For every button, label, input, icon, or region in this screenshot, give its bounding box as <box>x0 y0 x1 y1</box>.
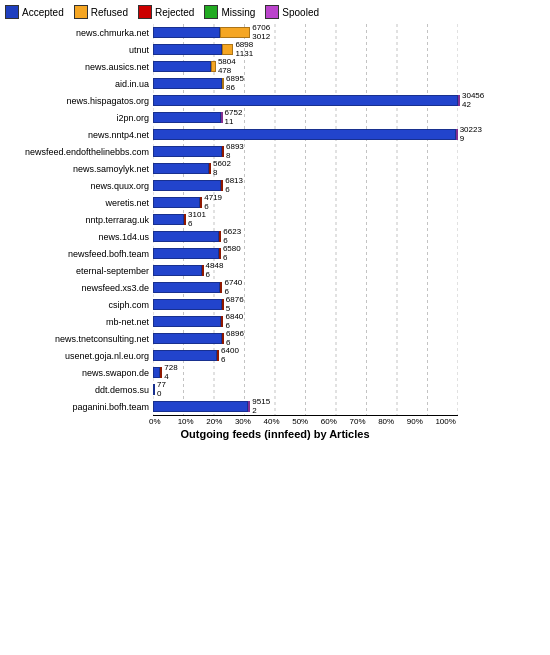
table-row: usenet.goja.nl.eu.org64006 <box>5 347 545 364</box>
bar-segment <box>221 316 223 327</box>
legend-color <box>204 5 218 19</box>
x-tick-label: 50% <box>292 417 321 426</box>
x-tick-label: 70% <box>349 417 378 426</box>
table-row: news.swapon.de7284 <box>5 364 545 381</box>
x-axis-labels: 0%10%20%30%40%50%60%70%80%90%100% <box>149 417 464 426</box>
legend-color <box>138 5 152 19</box>
bar-segment <box>458 95 460 106</box>
table-row: news.tnetconsulting.net68966 <box>5 330 545 347</box>
bar-segment <box>217 350 219 361</box>
legend-item: Rejected <box>138 5 194 19</box>
table-row: i2pn.org675211 <box>5 109 545 126</box>
legend-label: Spooled <box>282 7 319 18</box>
bars-wrapper: news.chmurka.net67063012utnut68981131new… <box>5 24 545 415</box>
value-label: 68136 <box>225 177 243 195</box>
bar-label: news.quux.org <box>5 181 153 191</box>
legend-color <box>74 5 88 19</box>
value-label: 64006 <box>221 347 239 365</box>
legend-label: Accepted <box>22 7 64 18</box>
value-label: 5804478 <box>218 58 236 76</box>
table-row: news.1d4.us66236 <box>5 228 545 245</box>
table-row: news.hispagatos.org3045642 <box>5 92 545 109</box>
bar-label: newsfeed.xs3.de <box>5 283 153 293</box>
bar-segment <box>153 61 211 72</box>
value-label: 68981131 <box>235 41 253 59</box>
x-axis-line <box>153 415 458 416</box>
bar-label: paganini.bofh.team <box>5 402 153 412</box>
bar-segment <box>160 367 162 378</box>
bar-label: news.hispagatos.org <box>5 96 153 106</box>
value-label: 56028 <box>213 160 231 178</box>
bar-segment <box>153 214 184 225</box>
bar-label: mb-net.net <box>5 317 153 327</box>
x-tick-label: 90% <box>407 417 436 426</box>
bar-segment <box>153 350 217 361</box>
legend-color <box>265 5 279 19</box>
chart-title: Outgoing feeds (innfeed) by Articles <box>5 428 545 440</box>
x-tick-label: 80% <box>378 417 407 426</box>
table-row: mb-net.net68406 <box>5 313 545 330</box>
table-row: newsfeed.endofthelinebbs.com68938 <box>5 143 545 160</box>
value-label: 68406 <box>225 313 243 331</box>
bar-segment <box>153 384 155 395</box>
value-label: 65806 <box>223 245 241 263</box>
bar-segment <box>153 265 202 276</box>
bar-segment <box>153 299 222 310</box>
legend-label: Refused <box>91 7 128 18</box>
bar-label: news.nntp4.net <box>5 130 153 140</box>
bar-segment <box>153 401 248 412</box>
table-row: paganini.bofh.team95152 <box>5 398 545 415</box>
bar-segment <box>248 401 250 412</box>
bar-segment <box>222 44 233 55</box>
bar-label: eternal-september <box>5 266 153 276</box>
bar-label: i2pn.org <box>5 113 153 123</box>
bar-segment <box>153 248 219 259</box>
value-label: 68765 <box>226 296 244 314</box>
bar-segment <box>222 146 224 157</box>
x-tick-label: 30% <box>235 417 264 426</box>
bar-label: news.samoylyk.net <box>5 164 153 174</box>
bar-segment <box>153 163 209 174</box>
table-row: newsfeed.xs3.de67406 <box>5 279 545 296</box>
bar-segment <box>153 231 219 242</box>
x-tick-label: 100% <box>435 417 464 426</box>
legend-item: Missing <box>204 5 255 19</box>
bar-label: news.chmurka.net <box>5 28 153 38</box>
bar-label: news.tnetconsulting.net <box>5 334 153 344</box>
bar-label: news.1d4.us <box>5 232 153 242</box>
legend: AcceptedRefusedRejectedMissingSpooled <box>5 5 545 19</box>
bar-label: utnut <box>5 45 153 55</box>
bar-segment <box>220 282 222 293</box>
value-label: 689586 <box>226 75 244 93</box>
bar-segment <box>153 27 220 38</box>
legend-label: Rejected <box>155 7 194 18</box>
table-row: csiph.com68765 <box>5 296 545 313</box>
table-row: news.samoylyk.net56028 <box>5 160 545 177</box>
value-label: 7284 <box>164 364 177 382</box>
x-tick-label: 10% <box>178 417 207 426</box>
table-row: aid.in.ua689586 <box>5 75 545 92</box>
value-label: 675211 <box>225 109 243 127</box>
bar-label: news.ausics.net <box>5 62 153 72</box>
bar-segment <box>153 44 222 55</box>
value-label: 67063012 <box>252 24 270 42</box>
bar-segment <box>184 214 186 225</box>
bar-segment <box>221 180 223 191</box>
bar-segment <box>153 282 220 293</box>
x-tick-label: 20% <box>206 417 235 426</box>
bar-segment <box>222 333 224 344</box>
bar-segment <box>222 299 224 310</box>
table-row: newsfeed.bofh.team65806 <box>5 245 545 262</box>
table-row: eternal-september48486 <box>5 262 545 279</box>
table-row: nntp.terrarag.uk31016 <box>5 211 545 228</box>
bar-label: newsfeed.endofthelinebbs.com <box>5 147 153 157</box>
value-label: 48486 <box>206 262 224 280</box>
x-tick-label: 40% <box>264 417 293 426</box>
bar-segment <box>153 316 221 327</box>
bar-segment <box>153 95 458 106</box>
value-label: 302239 <box>460 126 482 144</box>
bar-label: usenet.goja.nl.eu.org <box>5 351 153 361</box>
bar-segment <box>153 180 221 191</box>
bar-segment <box>219 231 221 242</box>
legend-item: Refused <box>74 5 128 19</box>
